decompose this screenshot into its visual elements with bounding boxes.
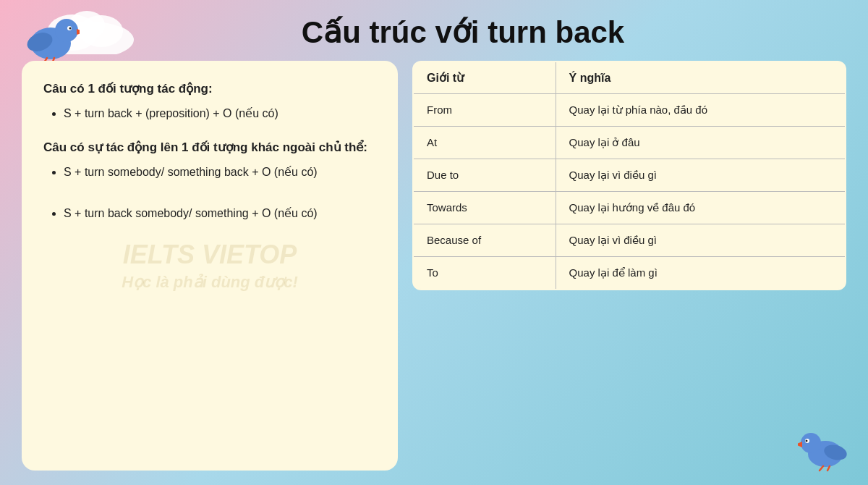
section-1-title: Câu có 1 đối tượng tác động:	[43, 79, 376, 98]
table-cell-preposition: At	[413, 127, 556, 159]
bird-top-left-icon	[14, 7, 80, 65]
main-container: Cấu trúc với turn back IELTS VIETOP Học …	[0, 0, 868, 485]
page-title: Cấu trúc với turn back	[302, 15, 624, 49]
table-cell-meaning: Quay lại để làm gì	[556, 257, 846, 290]
col-header-preposition: Giới từ	[413, 62, 556, 94]
list-item: S + turn somebody/ something back + O (n…	[64, 163, 376, 182]
watermark: IELTS VIETOP Học là phải dùng được!	[122, 238, 298, 292]
table-cell-preposition: Towards	[413, 192, 556, 224]
svg-point-5	[55, 19, 78, 42]
table-row: Because ofQuay lại vì điều gì	[413, 224, 846, 257]
table-cell-preposition: From	[413, 94, 556, 127]
section-1: Câu có 1 đối tượng tác động: S + turn ba…	[43, 79, 376, 123]
section-2-title: Câu có sự tác động lên 1 đối tượng khác …	[43, 138, 376, 157]
table-header-row: Giới từ Ý nghĩa	[413, 62, 846, 94]
table-row: Due toQuay lại vì điều gì	[413, 159, 846, 192]
col-header-meaning: Ý nghĩa	[556, 62, 846, 94]
right-panel: Giới từ Ý nghĩa FromQuay lại từ phía nào…	[412, 61, 846, 471]
section-2-list-2: S + turn back somebody/ something + O (n…	[43, 204, 376, 223]
svg-point-21	[806, 440, 808, 442]
table-cell-meaning: Quay lại vì điều gì	[556, 224, 846, 257]
list-item: S + turn back + (preposition) + O (nếu c…	[64, 104, 376, 123]
left-panel: IELTS VIETOP Học là phải dùng được! Câu …	[22, 61, 398, 471]
svg-point-9	[69, 28, 72, 30]
svg-line-22	[820, 466, 823, 471]
table-cell-preposition: Because of	[413, 224, 556, 257]
table-row: TowardsQuay lại hướng về đâu đó	[413, 192, 846, 224]
title-area: Cấu trúc với turn back	[22, 14, 846, 50]
section-2-list: S + turn somebody/ something back + O (n…	[43, 163, 376, 182]
table-cell-meaning: Quay lại từ phía nào, đầu đó	[556, 94, 846, 127]
table-cell-preposition: To	[413, 257, 556, 290]
table-row: AtQuay lại ở đâu	[413, 127, 846, 159]
section-2: Câu có sự tác động lên 1 đối tượng khác …	[43, 138, 376, 223]
table-cell-meaning: Quay lại hướng về đâu đó	[556, 192, 846, 224]
table-cell-meaning: Quay lại vì điều gì	[556, 159, 846, 192]
table-cell-preposition: Due to	[413, 159, 556, 192]
svg-point-17	[801, 433, 821, 453]
svg-line-23	[827, 466, 830, 471]
svg-marker-7	[77, 29, 80, 35]
table-cell-meaning: Quay lại ở đâu	[556, 127, 846, 159]
table-row: ToQuay lại để làm gì	[413, 257, 846, 290]
bird-bottom-right-icon	[798, 425, 852, 472]
svg-marker-19	[798, 442, 802, 447]
content-area: IELTS VIETOP Học là phải dùng được! Câu …	[22, 61, 846, 471]
section-1-list: S + turn back + (preposition) + O (nếu c…	[43, 104, 376, 123]
table-row: FromQuay lại từ phía nào, đầu đó	[413, 94, 846, 127]
list-item: S + turn back somebody/ something + O (n…	[64, 204, 376, 223]
grammar-table: Giới từ Ý nghĩa FromQuay lại từ phía nào…	[412, 61, 846, 290]
